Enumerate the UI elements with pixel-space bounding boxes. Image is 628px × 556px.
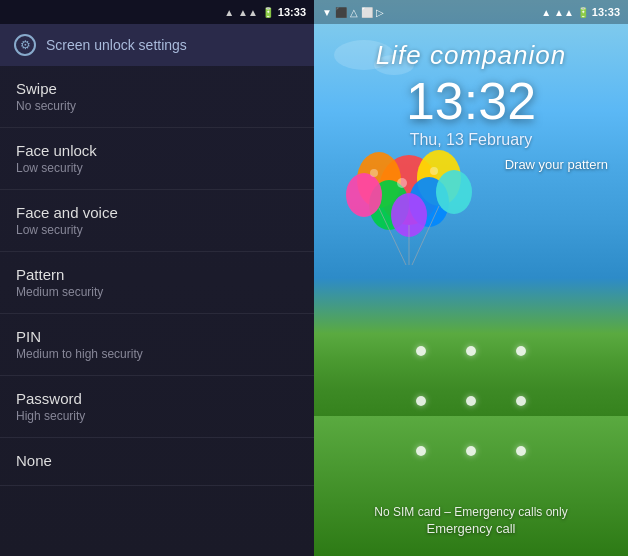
notification-icon-1: ▼ [322, 7, 332, 18]
menu-item-subtitle-2: Low security [16, 223, 298, 237]
menu-item-subtitle-4: Medium to high security [16, 347, 298, 361]
menu-item-title-3: Pattern [16, 266, 298, 283]
pattern-dot-4[interactable] [416, 396, 426, 406]
menu-item-subtitle-1: Low security [16, 161, 298, 175]
menu-item-1[interactable]: Face unlockLow security [0, 128, 314, 190]
gear-icon: ⚙ [14, 34, 36, 56]
status-time-right: 13:33 [592, 6, 620, 18]
pattern-dot-3[interactable] [516, 346, 526, 356]
gear-symbol: ⚙ [20, 38, 31, 52]
menu-item-4[interactable]: PINMedium to high security [0, 314, 314, 376]
header-bar: ⚙ Screen unlock settings [0, 24, 314, 66]
left-panel: ▲ ▲▲ 🔋 13:33 ⚙ Screen unlock settings Sw… [0, 0, 314, 556]
status-left-icons: ▼ ⬛ △ ⬜ ▷ [322, 7, 384, 18]
notification-icon-4: ⬜ [361, 7, 373, 18]
menu-item-subtitle-0: No security [16, 99, 298, 113]
pattern-dot-1[interactable] [416, 346, 426, 356]
notification-icon-3: △ [350, 7, 358, 18]
notification-icon-2: ⬛ [335, 7, 347, 18]
pattern-dot-8[interactable] [466, 446, 476, 456]
menu-item-title-5: Password [16, 390, 298, 407]
menu-item-6[interactable]: None [0, 438, 314, 486]
lockscreen-content: Life companion 13:32 Thu, 13 February Dr… [314, 24, 628, 556]
wifi-icon-right: ▲ [541, 7, 551, 18]
pattern-dot-grid[interactable] [416, 346, 526, 456]
status-bar-left: ▲ ▲▲ 🔋 13:33 [0, 0, 314, 24]
screen-unlock-title: Screen unlock settings [46, 37, 187, 53]
menu-item-subtitle-5: High security [16, 409, 298, 423]
wifi-icon: ▲ [224, 7, 234, 18]
bottom-text-area: No SIM card – Emergency calls only Emerg… [314, 505, 628, 536]
emergency-call-button[interactable]: Emergency call [427, 521, 516, 536]
menu-item-0[interactable]: SwipeNo security [0, 66, 314, 128]
pattern-dot-5[interactable] [466, 396, 476, 406]
menu-item-3[interactable]: PatternMedium security [0, 252, 314, 314]
no-sim-text: No SIM card – Emergency calls only [374, 505, 567, 519]
pattern-dot-2[interactable] [466, 346, 476, 356]
draw-pattern-prompt: Draw your pattern [505, 157, 608, 172]
right-panel: ▼ ⬛ △ ⬜ ▷ ▲ ▲▲ 🔋 13:33 Life companion 13… [314, 0, 628, 556]
status-time-left: 13:33 [278, 6, 306, 18]
battery-icon-right: 🔋 [577, 7, 589, 18]
signal-icon-right: ▲▲ [554, 7, 574, 18]
lock-date-display: Thu, 13 February [410, 131, 533, 149]
pattern-dot-9[interactable] [516, 446, 526, 456]
battery-icon: 🔋 [262, 7, 274, 18]
notification-icon-5: ▷ [376, 7, 384, 18]
menu-item-title-2: Face and voice [16, 204, 298, 221]
menu-item-title-6: None [16, 452, 298, 469]
menu-item-title-0: Swipe [16, 80, 298, 97]
status-right-icons: ▲ ▲▲ 🔋 13:33 [541, 6, 620, 18]
menu-item-5[interactable]: PasswordHigh security [0, 376, 314, 438]
menu-item-title-4: PIN [16, 328, 298, 345]
pattern-dot-6[interactable] [516, 396, 526, 406]
menu-item-subtitle-3: Medium security [16, 285, 298, 299]
menu-item-2[interactable]: Face and voiceLow security [0, 190, 314, 252]
lock-time-display: 13:32 [406, 75, 536, 127]
unlock-method-list: SwipeNo securityFace unlockLow securityF… [0, 66, 314, 556]
menu-item-title-1: Face unlock [16, 142, 298, 159]
signal-icon: ▲▲ [238, 7, 258, 18]
life-companion-text: Life companion [376, 40, 566, 71]
status-bar-right: ▼ ⬛ △ ⬜ ▷ ▲ ▲▲ 🔋 13:33 [314, 0, 628, 24]
pattern-dot-7[interactable] [416, 446, 426, 456]
